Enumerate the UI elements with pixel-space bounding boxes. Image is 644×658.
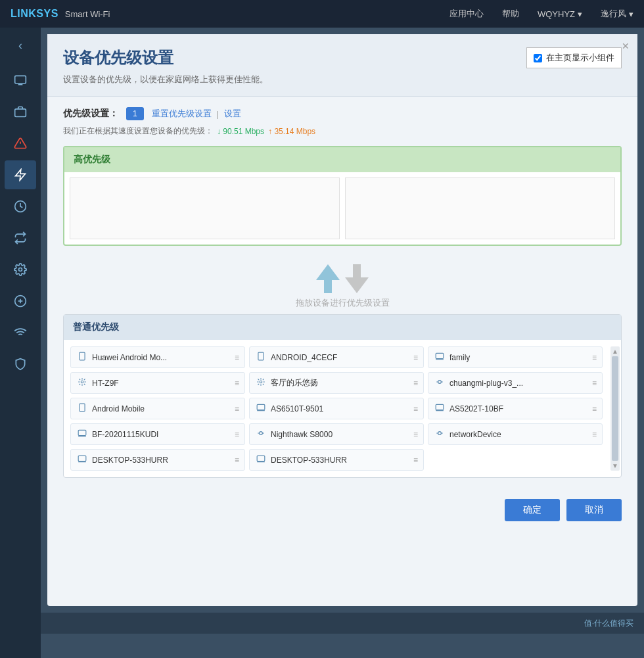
- dialog-footer: 确定 取消: [47, 488, 637, 532]
- sidebar-item-plus[interactable]: [5, 287, 36, 316]
- drop-zone: 拖放设备进行优先级设置: [63, 254, 622, 314]
- scroll-thumb[interactable]: [612, 356, 618, 461]
- device-list-item[interactable]: networkDevice≡: [428, 423, 603, 445]
- svg-rect-31: [436, 404, 444, 410]
- device-list-item[interactable]: DESKTOP-533HURR≡: [249, 449, 424, 471]
- device-menu-icon[interactable]: ≡: [235, 404, 239, 413]
- device-list-item[interactable]: ANDROID_4CECF≡: [249, 346, 424, 368]
- show-widget-checkbox[interactable]: [534, 54, 542, 62]
- device-name-label: chuangmi-plug-v3_...: [449, 379, 588, 388]
- device-menu-icon[interactable]: ≡: [413, 353, 418, 362]
- nav-user[interactable]: WQYHYZ ▾: [538, 9, 582, 19]
- confirm-button[interactable]: 确定: [505, 499, 560, 521]
- device-icon: [255, 352, 267, 363]
- device-icon: [434, 403, 446, 414]
- device-list-item[interactable]: Android Mobile≡: [70, 398, 245, 419]
- sidebar-back-button[interactable]: ‹: [0, 33, 41, 58]
- device-name-label: DESKTOP-533HURR: [271, 456, 409, 465]
- svg-marker-12: [316, 264, 340, 280]
- drop-zone-text: 拖放设备进行优先级设置: [63, 297, 622, 309]
- device-list-item[interactable]: family≡: [428, 346, 603, 368]
- device-icon: [76, 377, 88, 388]
- scrollbar[interactable]: ▲ ▼: [610, 346, 620, 471]
- sidebar-item-devices[interactable]: [5, 66, 36, 95]
- device-list-item[interactable]: HT-Z9F≡: [70, 372, 245, 394]
- device-name-label: DESKTOP-533HURR: [92, 456, 231, 465]
- reset-priority-link[interactable]: 重置优先级设置: [152, 108, 212, 120]
- device-menu-icon[interactable]: ≡: [413, 404, 418, 413]
- sidebar-item-shield[interactable]: [5, 350, 36, 379]
- device-menu-icon[interactable]: ≡: [413, 456, 418, 465]
- show-widget-container[interactable]: 在主页显示小组件: [526, 47, 622, 68]
- high-priority-header: 高优先级: [64, 147, 620, 172]
- priority-label: 优先级设置：: [63, 108, 118, 120]
- device-menu-icon[interactable]: ≡: [592, 430, 597, 439]
- device-menu-icon[interactable]: ≡: [235, 353, 239, 362]
- speed-text: 我们正在根据其速度设置您设备的优先级：: [63, 126, 213, 137]
- svg-rect-29: [257, 404, 265, 410]
- high-priority-body: [64, 172, 620, 245]
- sidebar-item-priority[interactable]: [5, 160, 36, 189]
- cancel-button[interactable]: 取消: [566, 499, 622, 521]
- device-list-item[interactable]: AS5202T-10BF≡: [428, 398, 603, 419]
- device-menu-icon[interactable]: ≡: [235, 456, 239, 465]
- device-list-item[interactable]: chuangmi-plug-v3_...≡: [428, 372, 603, 394]
- device-icon: [76, 403, 88, 414]
- normal-priority-section: 普通优先级 Huawei Android Mo...≡ANDROID_4CECF…: [63, 314, 622, 478]
- scroll-down-arrow[interactable]: ▼: [612, 462, 618, 469]
- svg-rect-14: [353, 264, 361, 277]
- device-icon: [255, 403, 267, 414]
- device-list-item[interactable]: BF-20201115KUDI≡: [70, 423, 245, 445]
- device-name-label: AS6510T-9501: [271, 404, 409, 413]
- normal-priority-body: Huawei Android Mo...≡ANDROID_4CECF≡famil…: [64, 340, 621, 477]
- device-menu-icon[interactable]: ≡: [592, 353, 597, 362]
- high-priority-section: 高优先级: [63, 146, 622, 246]
- nav-user-arrow: ▾: [578, 9, 582, 19]
- dialog-close-button[interactable]: ✕: [619, 39, 632, 53]
- speed-down: ↓ 90.51 Mbps: [217, 127, 264, 136]
- device-grid: Huawei Android Mo...≡ANDROID_4CECF≡famil…: [70, 346, 614, 471]
- device-list-item[interactable]: DESKTOP-533HURR≡: [70, 449, 245, 471]
- show-widget-label: 在主页显示小组件: [546, 52, 614, 64]
- dialog-header: 设备优先级设置 设置设备的优先级，以便在家庭网络上获得更佳性能。 在主页显示小组…: [47, 34, 637, 97]
- drop-arrow-up-icon: [316, 264, 340, 293]
- dialog-title: 设备优先级设置: [63, 47, 268, 68]
- device-icon: [434, 377, 446, 388]
- device-icon: [76, 429, 88, 440]
- nav-guest[interactable]: 逸行风 ▾: [601, 8, 633, 20]
- nav-help[interactable]: 帮助: [502, 8, 519, 20]
- sidebar-item-clock[interactable]: [5, 192, 36, 221]
- device-list-item[interactable]: AS6510T-9501≡: [249, 398, 424, 419]
- nav-guest-arrow: ▾: [629, 9, 633, 19]
- device-list-item[interactable]: Huawei Android Mo...≡: [70, 346, 245, 368]
- sidebar-item-wifi[interactable]: [5, 318, 36, 347]
- sidebar-item-alert[interactable]: [5, 129, 36, 158]
- device-menu-icon[interactable]: ≡: [235, 379, 239, 388]
- device-menu-icon[interactable]: ≡: [592, 404, 597, 413]
- link-divider: |: [217, 109, 219, 119]
- device-icon: [76, 352, 88, 363]
- settings-link[interactable]: 设置: [224, 108, 241, 120]
- svg-rect-0: [15, 76, 26, 83]
- device-menu-icon[interactable]: ≡: [592, 379, 597, 388]
- scroll-up-arrow[interactable]: ▲: [612, 348, 618, 355]
- top-navigation: LINKSYS Smart Wi-Fi 应用中心 帮助 WQYHYZ ▾ 逸行风…: [0, 0, 644, 28]
- priority-toggle[interactable]: 1: [126, 107, 144, 120]
- sidebar-item-settings[interactable]: [5, 255, 36, 284]
- device-menu-icon[interactable]: ≡: [413, 430, 418, 439]
- svg-marker-15: [345, 277, 369, 293]
- device-list-item[interactable]: 客厅的乐悠扬≡: [249, 372, 424, 394]
- nav-app-center[interactable]: 应用中心: [449, 8, 484, 20]
- device-menu-icon[interactable]: ≡: [413, 379, 418, 388]
- sidebar-item-briefcase[interactable]: [5, 97, 36, 126]
- high-priority-col-2: [345, 177, 615, 239]
- svg-rect-2: [15, 109, 26, 117]
- device-list-item[interactable]: Nighthawk S8000≡: [249, 423, 424, 445]
- svg-rect-33: [78, 430, 86, 435]
- svg-point-24: [438, 381, 442, 384]
- device-menu-icon[interactable]: ≡: [235, 430, 239, 439]
- brand-name: LINKSYS: [11, 8, 58, 20]
- device-name-label: ANDROID_4CECF: [271, 353, 409, 362]
- sidebar-item-network[interactable]: [5, 223, 36, 252]
- bottom-bar: 值·什么值得买: [41, 613, 644, 634]
